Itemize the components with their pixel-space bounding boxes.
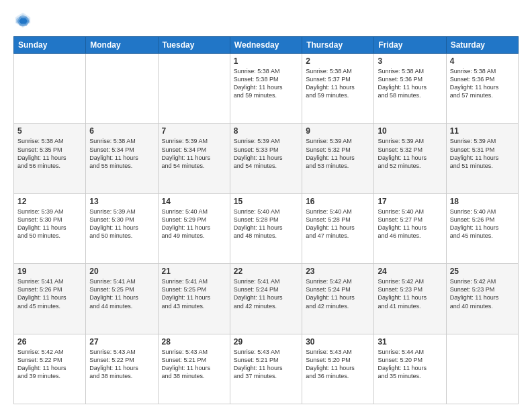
- weekday-header-friday: Friday: [374, 37, 446, 54]
- calendar-cell: 16Sunrise: 5:40 AM Sunset: 5:28 PM Dayli…: [302, 193, 374, 263]
- week-row-4: 26Sunrise: 5:42 AM Sunset: 5:22 PM Dayli…: [14, 334, 519, 404]
- cell-info: Sunrise: 5:40 AM Sunset: 5:28 PM Dayligh…: [234, 208, 298, 240]
- cell-info: Sunrise: 5:42 AM Sunset: 5:23 PM Dayligh…: [450, 277, 515, 310]
- day-number: 22: [234, 267, 298, 276]
- weekday-header-wednesday: Wednesday: [230, 37, 302, 54]
- calendar-cell: 15Sunrise: 5:40 AM Sunset: 5:28 PM Dayli…: [230, 193, 302, 263]
- calendar-cell: 27Sunrise: 5:43 AM Sunset: 5:22 PM Dayli…: [86, 334, 158, 404]
- day-number: 15: [234, 197, 298, 206]
- cell-info: Sunrise: 5:39 AM Sunset: 5:30 PM Dayligh…: [17, 208, 82, 240]
- calendar-cell: 14Sunrise: 5:40 AM Sunset: 5:29 PM Dayli…: [158, 193, 230, 263]
- weekday-header-sunday: Sunday: [14, 37, 86, 54]
- day-number: 27: [89, 337, 154, 347]
- cell-info: Sunrise: 5:38 AM Sunset: 5:36 PM Dayligh…: [450, 67, 515, 100]
- week-row-2: 12Sunrise: 5:39 AM Sunset: 5:30 PM Dayli…: [14, 193, 519, 263]
- cell-info: Sunrise: 5:41 AM Sunset: 5:25 PM Dayligh…: [162, 277, 226, 310]
- calendar-cell: 1Sunrise: 5:38 AM Sunset: 5:38 PM Daylig…: [230, 54, 302, 124]
- cell-info: Sunrise: 5:40 AM Sunset: 5:29 PM Dayligh…: [162, 208, 226, 240]
- day-number: 11: [450, 126, 515, 136]
- calendar-cell: 21Sunrise: 5:41 AM Sunset: 5:25 PM Dayli…: [158, 264, 230, 334]
- day-number: 9: [306, 126, 370, 136]
- day-number: 31: [378, 337, 442, 347]
- cell-info: Sunrise: 5:43 AM Sunset: 5:22 PM Dayligh…: [89, 348, 154, 381]
- calendar-cell: 20Sunrise: 5:41 AM Sunset: 5:25 PM Dayli…: [86, 264, 158, 334]
- day-number: 10: [378, 126, 442, 136]
- calendar-cell: [158, 54, 230, 124]
- day-number: 2: [306, 56, 370, 66]
- day-number: 4: [450, 56, 515, 66]
- cell-info: Sunrise: 5:41 AM Sunset: 5:24 PM Dayligh…: [234, 277, 298, 310]
- cell-info: Sunrise: 5:41 AM Sunset: 5:26 PM Dayligh…: [17, 277, 82, 310]
- logo-icon: [13, 11, 32, 30]
- day-number: 26: [17, 337, 82, 347]
- cell-info: Sunrise: 5:39 AM Sunset: 5:34 PM Dayligh…: [162, 137, 226, 170]
- calendar-cell: 29Sunrise: 5:43 AM Sunset: 5:21 PM Dayli…: [230, 334, 302, 404]
- day-number: 30: [306, 337, 370, 347]
- calendar-cell: 8Sunrise: 5:39 AM Sunset: 5:33 PM Daylig…: [230, 124, 302, 193]
- calendar-cell: 25Sunrise: 5:42 AM Sunset: 5:23 PM Dayli…: [446, 264, 518, 334]
- cell-info: Sunrise: 5:44 AM Sunset: 5:20 PM Dayligh…: [378, 348, 442, 381]
- cell-info: Sunrise: 5:38 AM Sunset: 5:35 PM Dayligh…: [17, 137, 82, 170]
- calendar-cell: 2Sunrise: 5:38 AM Sunset: 5:37 PM Daylig…: [302, 54, 374, 124]
- cell-info: Sunrise: 5:40 AM Sunset: 5:27 PM Dayligh…: [378, 208, 442, 240]
- week-row-1: 5Sunrise: 5:38 AM Sunset: 5:35 PM Daylig…: [14, 124, 519, 193]
- weekday-header-saturday: Saturday: [446, 37, 518, 54]
- logo: [13, 11, 35, 30]
- cell-info: Sunrise: 5:40 AM Sunset: 5:26 PM Dayligh…: [450, 208, 515, 240]
- day-number: 28: [162, 337, 226, 347]
- calendar-cell: [86, 54, 158, 124]
- calendar-cell: 23Sunrise: 5:42 AM Sunset: 5:24 PM Dayli…: [302, 264, 374, 334]
- calendar-table: SundayMondayTuesdayWednesdayThursdayFrid…: [13, 36, 519, 404]
- cell-info: Sunrise: 5:39 AM Sunset: 5:30 PM Dayligh…: [89, 208, 154, 240]
- day-number: 24: [378, 267, 442, 276]
- cell-info: Sunrise: 5:41 AM Sunset: 5:25 PM Dayligh…: [89, 277, 154, 310]
- day-number: 7: [162, 126, 226, 136]
- page: SundayMondayTuesdayWednesdayThursdayFrid…: [0, 0, 532, 411]
- calendar-cell: 10Sunrise: 5:39 AM Sunset: 5:32 PM Dayli…: [374, 124, 446, 193]
- cell-info: Sunrise: 5:39 AM Sunset: 5:31 PM Dayligh…: [450, 137, 515, 170]
- weekday-header-tuesday: Tuesday: [158, 37, 230, 54]
- calendar-cell: 24Sunrise: 5:42 AM Sunset: 5:23 PM Dayli…: [374, 264, 446, 334]
- calendar-cell: 3Sunrise: 5:38 AM Sunset: 5:36 PM Daylig…: [374, 54, 446, 124]
- cell-info: Sunrise: 5:42 AM Sunset: 5:23 PM Dayligh…: [378, 277, 442, 310]
- day-number: 18: [450, 197, 515, 206]
- cell-info: Sunrise: 5:38 AM Sunset: 5:36 PM Dayligh…: [378, 67, 442, 100]
- day-number: 25: [450, 267, 515, 276]
- calendar-cell: 28Sunrise: 5:43 AM Sunset: 5:21 PM Dayli…: [158, 334, 230, 404]
- cell-info: Sunrise: 5:38 AM Sunset: 5:38 PM Dayligh…: [234, 67, 298, 100]
- calendar-cell: 30Sunrise: 5:43 AM Sunset: 5:20 PM Dayli…: [302, 334, 374, 404]
- cell-info: Sunrise: 5:43 AM Sunset: 5:21 PM Dayligh…: [162, 348, 226, 381]
- calendar-cell: 12Sunrise: 5:39 AM Sunset: 5:30 PM Dayli…: [14, 193, 86, 263]
- calendar-cell: [14, 54, 86, 124]
- day-number: 20: [89, 267, 154, 276]
- cell-info: Sunrise: 5:39 AM Sunset: 5:33 PM Dayligh…: [234, 137, 298, 170]
- cell-info: Sunrise: 5:39 AM Sunset: 5:32 PM Dayligh…: [306, 137, 370, 170]
- week-row-3: 19Sunrise: 5:41 AM Sunset: 5:26 PM Dayli…: [14, 264, 519, 334]
- weekday-header-row: SundayMondayTuesdayWednesdayThursdayFrid…: [14, 37, 519, 54]
- day-number: 6: [89, 126, 154, 136]
- day-number: 29: [234, 337, 298, 347]
- cell-info: Sunrise: 5:43 AM Sunset: 5:21 PM Dayligh…: [234, 348, 298, 381]
- cell-info: Sunrise: 5:39 AM Sunset: 5:32 PM Dayligh…: [378, 137, 442, 170]
- calendar-cell: 19Sunrise: 5:41 AM Sunset: 5:26 PM Dayli…: [14, 264, 86, 334]
- calendar-cell: 18Sunrise: 5:40 AM Sunset: 5:26 PM Dayli…: [446, 193, 518, 263]
- cell-info: Sunrise: 5:43 AM Sunset: 5:20 PM Dayligh…: [306, 348, 370, 381]
- weekday-header-thursday: Thursday: [302, 37, 374, 54]
- day-number: 19: [17, 267, 82, 276]
- calendar-cell: 6Sunrise: 5:38 AM Sunset: 5:34 PM Daylig…: [86, 124, 158, 193]
- calendar-cell: 22Sunrise: 5:41 AM Sunset: 5:24 PM Dayli…: [230, 264, 302, 334]
- calendar-cell: 31Sunrise: 5:44 AM Sunset: 5:20 PM Dayli…: [374, 334, 446, 404]
- day-number: 8: [234, 126, 298, 136]
- day-number: 14: [162, 197, 226, 206]
- calendar-cell: 26Sunrise: 5:42 AM Sunset: 5:22 PM Dayli…: [14, 334, 86, 404]
- day-number: 13: [89, 197, 154, 206]
- calendar-cell: [446, 334, 518, 404]
- cell-info: Sunrise: 5:42 AM Sunset: 5:24 PM Dayligh…: [306, 277, 370, 310]
- calendar-cell: 9Sunrise: 5:39 AM Sunset: 5:32 PM Daylig…: [302, 124, 374, 193]
- day-number: 12: [17, 197, 82, 206]
- day-number: 1: [234, 56, 298, 66]
- cell-info: Sunrise: 5:42 AM Sunset: 5:22 PM Dayligh…: [17, 348, 82, 381]
- day-number: 17: [378, 197, 442, 206]
- calendar-cell: 11Sunrise: 5:39 AM Sunset: 5:31 PM Dayli…: [446, 124, 518, 193]
- cell-info: Sunrise: 5:38 AM Sunset: 5:37 PM Dayligh…: [306, 67, 370, 100]
